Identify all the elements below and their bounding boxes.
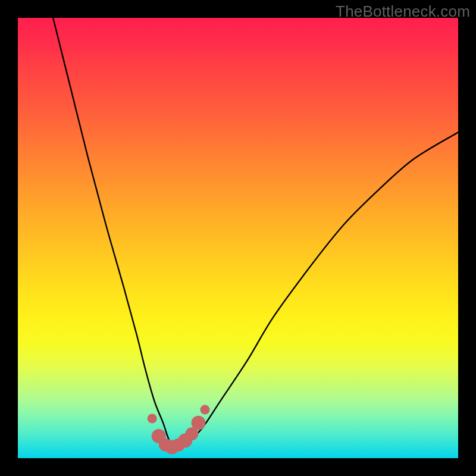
trough-marker-dot bbox=[201, 405, 210, 415]
trough-marker-group bbox=[148, 405, 210, 455]
watermark-text: TheBottleneck.com bbox=[336, 2, 470, 21]
curve-layer bbox=[18, 18, 458, 458]
bottleneck-curve-path bbox=[53, 18, 458, 446]
chart-frame: TheBottleneck.com bbox=[0, 0, 476, 476]
trough-marker-dot bbox=[191, 416, 205, 430]
plot-area bbox=[18, 18, 458, 458]
trough-marker-dot bbox=[148, 414, 157, 423]
